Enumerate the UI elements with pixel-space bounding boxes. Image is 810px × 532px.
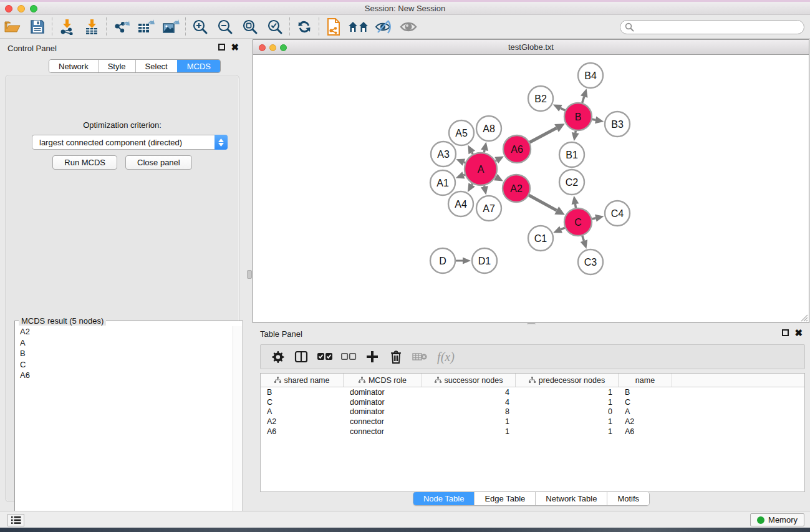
optimization-criterion-label: Optimization criterion: [6, 120, 239, 130]
edge-A-A8[interactable] [484, 150, 485, 153]
run-mcds-button[interactable]: Run MCDS [52, 155, 117, 170]
memory-status-icon [757, 516, 764, 524]
table-cell: dominator [344, 407, 422, 416]
zoom-selected-icon[interactable] [263, 16, 287, 37]
import-network-icon[interactable] [54, 16, 79, 37]
tab-network-table[interactable]: Network Table [535, 492, 607, 505]
gear-icon[interactable] [266, 347, 289, 367]
table-row[interactable]: A6connector11A6 [261, 427, 804, 437]
function-builder-icon[interactable]: f(x) [432, 347, 460, 367]
network-canvas[interactable]: AA6A2BCA1A3A4A5A7A8B1B2B3B4C1C2C3C4DD1 [253, 56, 809, 322]
table-row[interactable]: Cdominator41C [261, 397, 804, 407]
tab-node-table[interactable]: Node Table [413, 492, 475, 505]
column-header-predecessor-nodes[interactable]: predecessor nodes [516, 374, 619, 387]
tab-network[interactable]: Network [49, 60, 98, 72]
delete-table-icon[interactable] [408, 347, 432, 367]
delete-icon[interactable] [384, 347, 408, 367]
export-table-icon[interactable] [133, 16, 158, 37]
table-cell: C [261, 398, 344, 407]
table-panel: Table Panel ✖ [253, 324, 810, 511]
close-table-panel-icon[interactable]: ✖ [794, 329, 803, 336]
export-image-icon[interactable] [158, 16, 183, 37]
network-file-icon[interactable] [321, 16, 346, 37]
deselect-all-icon[interactable] [337, 347, 360, 367]
search-input[interactable] [620, 20, 804, 34]
tab-motifs[interactable]: Motifs [607, 492, 649, 505]
edge-C-C3[interactable] [582, 236, 584, 241]
table-cell: dominator [344, 398, 422, 407]
maximize-window-button[interactable] [30, 5, 37, 12]
close-window-button[interactable] [5, 5, 12, 12]
tab-select[interactable]: Select [135, 60, 177, 72]
edge-A-A5[interactable] [472, 152, 473, 154]
table-row[interactable]: Bdominator41B [261, 387, 804, 397]
edge-A-A4[interactable] [472, 183, 473, 185]
edge-C-C1[interactable] [561, 228, 565, 230]
select-all-icon[interactable] [313, 347, 337, 367]
memory-button[interactable]: Memory [750, 513, 804, 526]
column-header-MCDS-role[interactable]: MCDS role [344, 374, 422, 387]
optimization-criterion-dropdown[interactable]: largest connected component (directed) [32, 135, 228, 150]
column-header-successor-nodes[interactable]: successor nodes [422, 374, 516, 387]
close-panel-icon[interactable]: ✖ [231, 44, 239, 51]
tab-mcds[interactable]: MCDS [177, 60, 220, 72]
save-session-icon[interactable] [25, 16, 50, 37]
open-file-icon[interactable] [0, 16, 25, 37]
edge-A-A3[interactable] [464, 162, 465, 163]
mcds-result-item[interactable]: A2 [16, 326, 233, 337]
edge-C-C2[interactable] [575, 204, 576, 208]
zoom-in-icon[interactable] [188, 16, 213, 37]
edge-B-B3[interactable] [592, 119, 596, 120]
mcds-result-item[interactable]: B [16, 348, 233, 359]
network-minimize-button[interactable] [269, 44, 276, 51]
dropdown-stepper-icon[interactable] [215, 135, 228, 150]
arrowhead-icon [572, 132, 579, 141]
control-panel-tabs: NetworkStyleSelectMCDS [49, 59, 221, 73]
column-header-shared-name[interactable]: shared name [261, 374, 344, 387]
edge-A-A1[interactable] [463, 175, 465, 175]
close-panel-button[interactable]: Close panel [125, 155, 192, 170]
table-cell: connector [344, 427, 422, 436]
table-row[interactable]: A2connector11A2 [261, 417, 804, 427]
float-panel-icon[interactable] [218, 44, 225, 51]
mcds-result-item[interactable]: A6 [16, 370, 233, 381]
task-history-button[interactable] [7, 514, 24, 526]
edge-A-A6[interactable] [496, 160, 497, 161]
tab-edge-table[interactable]: Edge Table [474, 492, 535, 505]
float-table-panel-icon[interactable] [782, 329, 789, 336]
graph-node-label: A8 [483, 123, 495, 134]
minimize-window-button[interactable] [17, 5, 25, 12]
columns-icon[interactable] [289, 347, 313, 367]
edge-B-B2[interactable] [561, 108, 565, 110]
edge-A2-C[interactable] [529, 195, 557, 210]
edge-B-B4[interactable] [582, 97, 584, 103]
resize-grip-icon[interactable] [799, 313, 808, 322]
edge-C-C4[interactable] [592, 218, 595, 219]
export-network-icon[interactable] [108, 16, 133, 37]
import-table-icon[interactable] [79, 16, 104, 37]
column-header-name[interactable]: name [619, 374, 672, 387]
add-column-icon[interactable] [360, 347, 384, 367]
table-cell: 1 [422, 417, 516, 426]
network-maximize-button[interactable] [280, 44, 287, 51]
refresh-icon[interactable] [292, 16, 317, 37]
home-pair-icon[interactable] [346, 16, 371, 37]
edge-A6-B[interactable] [529, 128, 556, 142]
mcds-result-item[interactable]: C [16, 359, 233, 370]
table-panel-title: Table Panel [260, 329, 302, 339]
table-cell: A [619, 407, 672, 416]
zoom-fit-icon[interactable] [238, 16, 263, 37]
network-close-button[interactable] [259, 44, 266, 51]
network-window-titlebar: testGlobe.txt [253, 40, 809, 55]
vertical-split-handle[interactable] [247, 270, 252, 279]
mcds-result-scrollbar[interactable] [233, 326, 242, 531]
zoom-out-icon[interactable] [213, 16, 238, 37]
mcds-result-item[interactable]: A [16, 337, 233, 349]
show-details-icon[interactable] [396, 16, 421, 37]
hide-details-icon[interactable] [371, 16, 396, 37]
tab-style[interactable]: Style [98, 60, 135, 72]
table-row[interactable]: Adominator80A [261, 407, 804, 417]
graph-node-label: A [478, 164, 485, 175]
memory-label: Memory [768, 515, 798, 525]
edge-B-B1[interactable] [576, 131, 576, 133]
